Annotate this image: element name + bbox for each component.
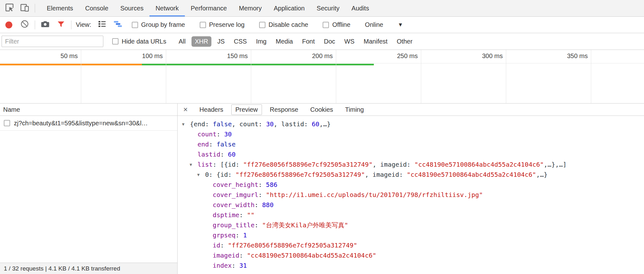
checkbox-box[interactable] — [112, 38, 118, 45]
tree-row[interactable]: end: false — [178, 139, 644, 149]
clear-requests-button[interactable] — [19, 19, 30, 31]
checkbox-label: Disable cache — [269, 21, 308, 28]
request-checkbox[interactable] — [4, 120, 10, 126]
tree-row[interactable]: ▼{end: false, count: 30, lastid: 60,…} — [178, 119, 644, 129]
detail-tab-response[interactable]: Response — [266, 104, 302, 115]
tree-row[interactable]: group_title: "台湾美女Kila户外唯美写真" — [178, 220, 644, 230]
filter-xhr[interactable]: XHR — [191, 36, 211, 47]
tree-row[interactable]: id: "ff276e8056f58896e7cf92505a312749" — [178, 240, 644, 250]
json-punctuation: : — [239, 211, 247, 219]
waterfall-overview[interactable]: 50 ms100 ms150 ms200 ms250 ms300 ms350 m… — [0, 50, 644, 104]
json-punctuation: : { — [209, 171, 220, 178]
json-punctuation: ,…} — [536, 171, 548, 178]
checkbox-hide-data-urls[interactable]: Hide data URLs — [112, 38, 166, 45]
json-string: "http://i1.umei.cc/uploads/tu/201701/798… — [266, 191, 483, 199]
filter-ws[interactable]: WS — [341, 36, 358, 47]
expand-arrow-icon[interactable]: ▼ — [182, 119, 190, 129]
json-punctuation: : — [235, 231, 243, 239]
device-toolbar-button[interactable] — [19, 3, 30, 14]
tree-row[interactable]: cover_height: 586 — [178, 180, 644, 190]
tree-row[interactable]: dsptime: "" — [178, 210, 644, 220]
filter-manifest[interactable]: Manifest — [361, 36, 391, 47]
tree-row[interactable]: ▼0: {id: "ff276e8056f58896e7cf92505a3127… — [178, 170, 644, 180]
json-number: 1 — [243, 231, 247, 239]
tab-memory[interactable]: Memory — [233, 0, 268, 16]
checkbox-box[interactable] — [323, 22, 329, 28]
json-summary-key: end — [194, 120, 205, 128]
tree-row[interactable]: ▼list: [{id: "ff276e8056f58896e7cf92505a… — [178, 159, 644, 170]
record-button[interactable] — [3, 19, 15, 31]
filter-css[interactable]: CSS — [231, 36, 250, 47]
clear-icon — [20, 20, 29, 30]
json-key: imageid — [213, 252, 239, 259]
filter-doc[interactable]: Doc — [321, 36, 338, 47]
show-overview-button[interactable] — [112, 19, 124, 31]
checkbox-box[interactable] — [200, 22, 206, 28]
checkbox-disable-cache[interactable]: Disable cache — [259, 21, 308, 28]
request-row[interactable]: zj?ch=beauty&t1=595&listtype=new&sn=30&l… — [0, 116, 177, 131]
filter-all[interactable]: All — [175, 36, 189, 47]
json-summary-key: imageid — [373, 171, 399, 178]
tab-network[interactable]: Network — [149, 0, 185, 16]
tree-row[interactable]: grpseq: 1 — [178, 230, 644, 240]
tab-elements[interactable]: Elements — [41, 0, 79, 16]
detail-tab-cookies[interactable]: Cookies — [306, 104, 337, 115]
filter-other[interactable]: Other — [393, 36, 416, 47]
json-key: lastid — [197, 151, 220, 158]
expand-arrow-icon[interactable]: ▼ — [190, 160, 197, 170]
timeline-label: 50 ms — [37, 52, 78, 60]
small-request-rows-button[interactable] — [96, 19, 108, 31]
filter-bar: Hide data URLs AllXHRJSCSSImgMediaFontDo… — [0, 33, 644, 50]
inspect-element-button[interactable] — [4, 3, 15, 14]
tree-row[interactable]: lastid: 60 — [178, 149, 644, 159]
checkbox-box[interactable] — [259, 22, 265, 28]
expand-arrow-icon[interactable]: ▼ — [197, 170, 205, 180]
json-punctuation: : — [258, 120, 266, 128]
detail-tab-preview[interactable]: Preview — [231, 104, 262, 115]
json-number: 30 — [266, 120, 274, 128]
funnel-icon — [57, 20, 65, 30]
tree-row[interactable]: count: 30 — [178, 129, 644, 139]
tree-row[interactable]: cover_width: 880 — [178, 200, 644, 210]
waterfall-icon — [113, 19, 123, 30]
request-table-header[interactable]: Name — [0, 104, 177, 116]
json-punctuation: : — [205, 120, 213, 128]
device-toolbar-icon — [20, 3, 29, 14]
checkbox-preserve-log[interactable]: Preserve log — [200, 21, 245, 28]
view-label: View: — [76, 21, 91, 28]
tab-performance[interactable]: Performance — [185, 0, 233, 16]
tree-row[interactable]: imageid: "cc48190e57100864abc4d55a2c4104… — [178, 250, 644, 260]
checkbox-label: Preserve log — [209, 21, 245, 28]
filter-font[interactable]: Font — [299, 36, 318, 47]
tab-security[interactable]: Security — [311, 0, 345, 16]
checkbox-box[interactable] — [132, 22, 138, 28]
checkbox-offline[interactable]: Offline — [323, 21, 350, 28]
main-tabs: ElementsConsoleSourcesNetworkPerformance… — [41, 0, 375, 16]
timeline-gridline — [506, 50, 506, 103]
tab-audits[interactable]: Audits — [345, 0, 375, 16]
detail-tab-headers[interactable]: Headers — [195, 104, 228, 115]
tab-console[interactable]: Console — [79, 0, 114, 16]
json-punctuation: : — [209, 140, 216, 148]
timeline-gridline — [81, 50, 81, 103]
tab-application[interactable]: Application — [268, 0, 311, 16]
detail-tab-timing[interactable]: Timing — [341, 104, 368, 115]
tree-row[interactable]: cover_imgurl: "http://i1.umei.cc/uploads… — [178, 190, 644, 200]
json-string: "cc48190e57100864abc4d55a2c4104c6" — [407, 171, 536, 178]
capture-screenshots-button[interactable] — [39, 19, 51, 31]
json-summary-key: count — [240, 120, 258, 128]
filter-js[interactable]: JS — [214, 36, 228, 47]
filter-img[interactable]: Img — [253, 36, 270, 47]
filter-media[interactable]: Media — [272, 36, 296, 47]
json-punctuation: : — [399, 171, 407, 178]
tree-row[interactable]: index: 31 — [178, 260, 644, 271]
json-punctuation: ,…} — [319, 120, 331, 128]
tab-sources[interactable]: Sources — [114, 0, 149, 16]
filter-input[interactable] — [2, 36, 103, 47]
close-detail-button[interactable]: × — [179, 105, 191, 114]
throttling-dropdown[interactable]: Online ▼ — [365, 21, 403, 28]
filter-button[interactable] — [55, 19, 67, 31]
json-punctuation: : — [258, 191, 266, 199]
checkbox-group-by-frame[interactable]: Group by frame — [132, 21, 185, 28]
json-string: "" — [247, 211, 254, 219]
